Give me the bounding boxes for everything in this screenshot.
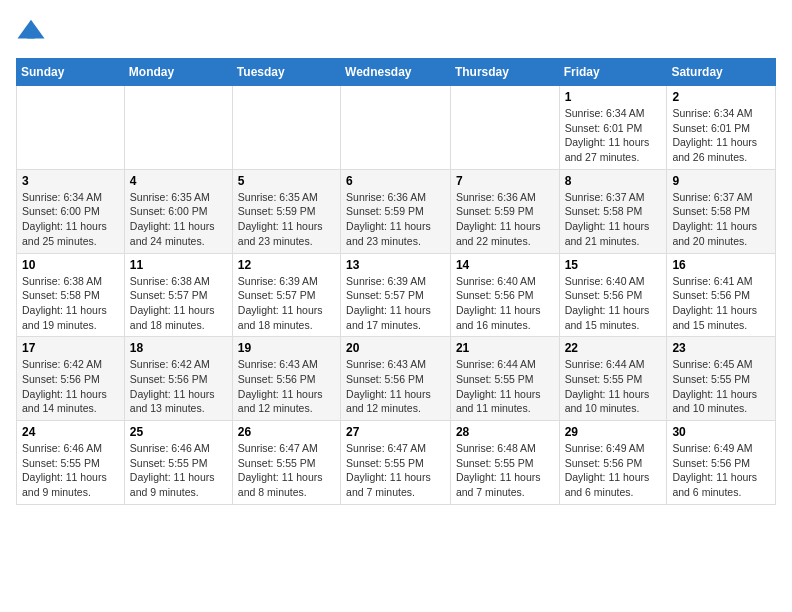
- day-info: Sunrise: 6:37 AM Sunset: 5:58 PM Dayligh…: [672, 190, 770, 249]
- day-number: 12: [238, 258, 335, 272]
- day-info: Sunrise: 6:36 AM Sunset: 5:59 PM Dayligh…: [346, 190, 445, 249]
- day-number: 29: [565, 425, 662, 439]
- day-info: Sunrise: 6:39 AM Sunset: 5:57 PM Dayligh…: [346, 274, 445, 333]
- calendar-cell: [17, 86, 125, 170]
- calendar-cell: 5Sunrise: 6:35 AM Sunset: 5:59 PM Daylig…: [232, 169, 340, 253]
- day-info: Sunrise: 6:46 AM Sunset: 5:55 PM Dayligh…: [22, 441, 119, 500]
- calendar-cell: 17Sunrise: 6:42 AM Sunset: 5:56 PM Dayli…: [17, 337, 125, 421]
- calendar-week-row: 3Sunrise: 6:34 AM Sunset: 6:00 PM Daylig…: [17, 169, 776, 253]
- calendar-cell: 29Sunrise: 6:49 AM Sunset: 5:56 PM Dayli…: [559, 421, 667, 505]
- day-number: 19: [238, 341, 335, 355]
- calendar-cell: [341, 86, 451, 170]
- day-info: Sunrise: 6:42 AM Sunset: 5:56 PM Dayligh…: [22, 357, 119, 416]
- page-header: [16, 16, 776, 46]
- day-info: Sunrise: 6:40 AM Sunset: 5:56 PM Dayligh…: [565, 274, 662, 333]
- calendar-cell: 30Sunrise: 6:49 AM Sunset: 5:56 PM Dayli…: [667, 421, 776, 505]
- day-number: 26: [238, 425, 335, 439]
- day-number: 27: [346, 425, 445, 439]
- day-number: 9: [672, 174, 770, 188]
- weekday-header: Sunday: [17, 59, 125, 86]
- day-number: 7: [456, 174, 554, 188]
- weekday-header-row: SundayMondayTuesdayWednesdayThursdayFrid…: [17, 59, 776, 86]
- calendar-cell: 1Sunrise: 6:34 AM Sunset: 6:01 PM Daylig…: [559, 86, 667, 170]
- calendar-cell: 28Sunrise: 6:48 AM Sunset: 5:55 PM Dayli…: [450, 421, 559, 505]
- day-info: Sunrise: 6:38 AM Sunset: 5:57 PM Dayligh…: [130, 274, 227, 333]
- calendar-cell: 11Sunrise: 6:38 AM Sunset: 5:57 PM Dayli…: [124, 253, 232, 337]
- weekday-header: Thursday: [450, 59, 559, 86]
- day-info: Sunrise: 6:42 AM Sunset: 5:56 PM Dayligh…: [130, 357, 227, 416]
- calendar-cell: 4Sunrise: 6:35 AM Sunset: 6:00 PM Daylig…: [124, 169, 232, 253]
- day-number: 8: [565, 174, 662, 188]
- calendar-cell: 2Sunrise: 6:34 AM Sunset: 6:01 PM Daylig…: [667, 86, 776, 170]
- day-info: Sunrise: 6:39 AM Sunset: 5:57 PM Dayligh…: [238, 274, 335, 333]
- day-info: Sunrise: 6:47 AM Sunset: 5:55 PM Dayligh…: [238, 441, 335, 500]
- day-info: Sunrise: 6:34 AM Sunset: 6:00 PM Dayligh…: [22, 190, 119, 249]
- weekday-header: Saturday: [667, 59, 776, 86]
- day-info: Sunrise: 6:46 AM Sunset: 5:55 PM Dayligh…: [130, 441, 227, 500]
- day-info: Sunrise: 6:40 AM Sunset: 5:56 PM Dayligh…: [456, 274, 554, 333]
- day-info: Sunrise: 6:47 AM Sunset: 5:55 PM Dayligh…: [346, 441, 445, 500]
- calendar-week-row: 24Sunrise: 6:46 AM Sunset: 5:55 PM Dayli…: [17, 421, 776, 505]
- calendar-cell: 10Sunrise: 6:38 AM Sunset: 5:58 PM Dayli…: [17, 253, 125, 337]
- day-info: Sunrise: 6:44 AM Sunset: 5:55 PM Dayligh…: [456, 357, 554, 416]
- day-info: Sunrise: 6:45 AM Sunset: 5:55 PM Dayligh…: [672, 357, 770, 416]
- weekday-header: Monday: [124, 59, 232, 86]
- calendar: SundayMondayTuesdayWednesdayThursdayFrid…: [16, 58, 776, 505]
- calendar-week-row: 17Sunrise: 6:42 AM Sunset: 5:56 PM Dayli…: [17, 337, 776, 421]
- day-number: 3: [22, 174, 119, 188]
- calendar-cell: [232, 86, 340, 170]
- day-number: 11: [130, 258, 227, 272]
- calendar-week-row: 1Sunrise: 6:34 AM Sunset: 6:01 PM Daylig…: [17, 86, 776, 170]
- day-number: 23: [672, 341, 770, 355]
- day-info: Sunrise: 6:36 AM Sunset: 5:59 PM Dayligh…: [456, 190, 554, 249]
- calendar-cell: 14Sunrise: 6:40 AM Sunset: 5:56 PM Dayli…: [450, 253, 559, 337]
- calendar-cell: 23Sunrise: 6:45 AM Sunset: 5:55 PM Dayli…: [667, 337, 776, 421]
- calendar-cell: [450, 86, 559, 170]
- calendar-cell: 12Sunrise: 6:39 AM Sunset: 5:57 PM Dayli…: [232, 253, 340, 337]
- day-number: 18: [130, 341, 227, 355]
- day-number: 24: [22, 425, 119, 439]
- day-info: Sunrise: 6:38 AM Sunset: 5:58 PM Dayligh…: [22, 274, 119, 333]
- day-number: 28: [456, 425, 554, 439]
- calendar-cell: 26Sunrise: 6:47 AM Sunset: 5:55 PM Dayli…: [232, 421, 340, 505]
- calendar-cell: [124, 86, 232, 170]
- calendar-cell: 20Sunrise: 6:43 AM Sunset: 5:56 PM Dayli…: [341, 337, 451, 421]
- day-info: Sunrise: 6:48 AM Sunset: 5:55 PM Dayligh…: [456, 441, 554, 500]
- day-number: 22: [565, 341, 662, 355]
- calendar-cell: 9Sunrise: 6:37 AM Sunset: 5:58 PM Daylig…: [667, 169, 776, 253]
- calendar-cell: 15Sunrise: 6:40 AM Sunset: 5:56 PM Dayli…: [559, 253, 667, 337]
- day-number: 10: [22, 258, 119, 272]
- day-info: Sunrise: 6:41 AM Sunset: 5:56 PM Dayligh…: [672, 274, 770, 333]
- day-info: Sunrise: 6:49 AM Sunset: 5:56 PM Dayligh…: [565, 441, 662, 500]
- day-number: 5: [238, 174, 335, 188]
- calendar-cell: 19Sunrise: 6:43 AM Sunset: 5:56 PM Dayli…: [232, 337, 340, 421]
- day-number: 21: [456, 341, 554, 355]
- weekday-header: Wednesday: [341, 59, 451, 86]
- weekday-header: Tuesday: [232, 59, 340, 86]
- day-number: 4: [130, 174, 227, 188]
- day-number: 2: [672, 90, 770, 104]
- logo: [16, 16, 50, 46]
- day-info: Sunrise: 6:43 AM Sunset: 5:56 PM Dayligh…: [238, 357, 335, 416]
- day-info: Sunrise: 6:49 AM Sunset: 5:56 PM Dayligh…: [672, 441, 770, 500]
- day-info: Sunrise: 6:35 AM Sunset: 5:59 PM Dayligh…: [238, 190, 335, 249]
- calendar-cell: 22Sunrise: 6:44 AM Sunset: 5:55 PM Dayli…: [559, 337, 667, 421]
- day-info: Sunrise: 6:37 AM Sunset: 5:58 PM Dayligh…: [565, 190, 662, 249]
- day-info: Sunrise: 6:35 AM Sunset: 6:00 PM Dayligh…: [130, 190, 227, 249]
- svg-rect-1: [27, 33, 35, 39]
- calendar-cell: 21Sunrise: 6:44 AM Sunset: 5:55 PM Dayli…: [450, 337, 559, 421]
- day-info: Sunrise: 6:34 AM Sunset: 6:01 PM Dayligh…: [565, 106, 662, 165]
- day-info: Sunrise: 6:43 AM Sunset: 5:56 PM Dayligh…: [346, 357, 445, 416]
- day-number: 6: [346, 174, 445, 188]
- calendar-cell: 13Sunrise: 6:39 AM Sunset: 5:57 PM Dayli…: [341, 253, 451, 337]
- day-info: Sunrise: 6:44 AM Sunset: 5:55 PM Dayligh…: [565, 357, 662, 416]
- day-number: 1: [565, 90, 662, 104]
- day-number: 14: [456, 258, 554, 272]
- day-number: 17: [22, 341, 119, 355]
- calendar-cell: 25Sunrise: 6:46 AM Sunset: 5:55 PM Dayli…: [124, 421, 232, 505]
- calendar-cell: 18Sunrise: 6:42 AM Sunset: 5:56 PM Dayli…: [124, 337, 232, 421]
- calendar-cell: 3Sunrise: 6:34 AM Sunset: 6:00 PM Daylig…: [17, 169, 125, 253]
- day-number: 25: [130, 425, 227, 439]
- calendar-cell: 24Sunrise: 6:46 AM Sunset: 5:55 PM Dayli…: [17, 421, 125, 505]
- calendar-week-row: 10Sunrise: 6:38 AM Sunset: 5:58 PM Dayli…: [17, 253, 776, 337]
